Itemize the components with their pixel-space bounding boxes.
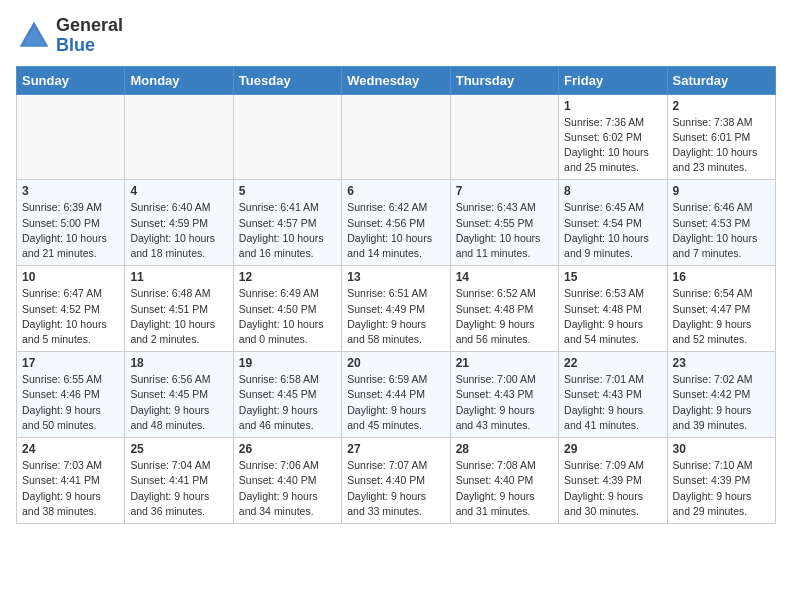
calendar-cell: 6Sunrise: 6:42 AMSunset: 4:56 PMDaylight… (342, 180, 450, 266)
logo: General Blue (16, 16, 123, 56)
day-number: 29 (564, 442, 661, 456)
calendar-cell: 19Sunrise: 6:58 AMSunset: 4:45 PMDayligh… (233, 352, 341, 438)
day-info: Sunrise: 7:04 AMSunset: 4:41 PMDaylight:… (130, 458, 227, 519)
calendar-cell: 12Sunrise: 6:49 AMSunset: 4:50 PMDayligh… (233, 266, 341, 352)
calendar-cell: 21Sunrise: 7:00 AMSunset: 4:43 PMDayligh… (450, 352, 558, 438)
calendar-week-1: 1Sunrise: 7:36 AMSunset: 6:02 PMDaylight… (17, 94, 776, 180)
day-number: 12 (239, 270, 336, 284)
day-info: Sunrise: 6:55 AMSunset: 4:46 PMDaylight:… (22, 372, 119, 433)
day-info: Sunrise: 6:45 AMSunset: 4:54 PMDaylight:… (564, 200, 661, 261)
day-number: 19 (239, 356, 336, 370)
day-info: Sunrise: 6:47 AMSunset: 4:52 PMDaylight:… (22, 286, 119, 347)
calendar-cell: 8Sunrise: 6:45 AMSunset: 4:54 PMDaylight… (559, 180, 667, 266)
calendar-cell: 24Sunrise: 7:03 AMSunset: 4:41 PMDayligh… (17, 438, 125, 524)
day-info: Sunrise: 7:01 AMSunset: 4:43 PMDaylight:… (564, 372, 661, 433)
calendar-week-2: 3Sunrise: 6:39 AMSunset: 5:00 PMDaylight… (17, 180, 776, 266)
day-info: Sunrise: 6:40 AMSunset: 4:59 PMDaylight:… (130, 200, 227, 261)
day-info: Sunrise: 7:07 AMSunset: 4:40 PMDaylight:… (347, 458, 444, 519)
calendar-cell: 17Sunrise: 6:55 AMSunset: 4:46 PMDayligh… (17, 352, 125, 438)
day-number: 18 (130, 356, 227, 370)
day-info: Sunrise: 6:51 AMSunset: 4:49 PMDaylight:… (347, 286, 444, 347)
calendar-cell: 25Sunrise: 7:04 AMSunset: 4:41 PMDayligh… (125, 438, 233, 524)
calendar-cell: 5Sunrise: 6:41 AMSunset: 4:57 PMDaylight… (233, 180, 341, 266)
weekday-header-sunday: Sunday (17, 66, 125, 94)
day-number: 28 (456, 442, 553, 456)
day-info: Sunrise: 6:49 AMSunset: 4:50 PMDaylight:… (239, 286, 336, 347)
day-info: Sunrise: 6:54 AMSunset: 4:47 PMDaylight:… (673, 286, 770, 347)
calendar-body: 1Sunrise: 7:36 AMSunset: 6:02 PMDaylight… (17, 94, 776, 523)
day-number: 24 (22, 442, 119, 456)
calendar-cell: 29Sunrise: 7:09 AMSunset: 4:39 PMDayligh… (559, 438, 667, 524)
day-number: 30 (673, 442, 770, 456)
calendar-cell: 27Sunrise: 7:07 AMSunset: 4:40 PMDayligh… (342, 438, 450, 524)
calendar-cell: 1Sunrise: 7:36 AMSunset: 6:02 PMDaylight… (559, 94, 667, 180)
logo-text: General Blue (56, 16, 123, 56)
day-info: Sunrise: 6:52 AMSunset: 4:48 PMDaylight:… (456, 286, 553, 347)
day-number: 13 (347, 270, 444, 284)
day-info: Sunrise: 7:38 AMSunset: 6:01 PMDaylight:… (673, 115, 770, 176)
calendar-cell: 10Sunrise: 6:47 AMSunset: 4:52 PMDayligh… (17, 266, 125, 352)
calendar-week-3: 10Sunrise: 6:47 AMSunset: 4:52 PMDayligh… (17, 266, 776, 352)
calendar-week-4: 17Sunrise: 6:55 AMSunset: 4:46 PMDayligh… (17, 352, 776, 438)
day-info: Sunrise: 7:00 AMSunset: 4:43 PMDaylight:… (456, 372, 553, 433)
logo-blue: Blue (56, 35, 95, 55)
day-info: Sunrise: 6:42 AMSunset: 4:56 PMDaylight:… (347, 200, 444, 261)
day-number: 1 (564, 99, 661, 113)
day-number: 8 (564, 184, 661, 198)
day-info: Sunrise: 7:06 AMSunset: 4:40 PMDaylight:… (239, 458, 336, 519)
day-info: Sunrise: 6:46 AMSunset: 4:53 PMDaylight:… (673, 200, 770, 261)
calendar-cell: 9Sunrise: 6:46 AMSunset: 4:53 PMDaylight… (667, 180, 775, 266)
day-number: 3 (22, 184, 119, 198)
day-number: 10 (22, 270, 119, 284)
calendar-cell: 16Sunrise: 6:54 AMSunset: 4:47 PMDayligh… (667, 266, 775, 352)
calendar-cell (342, 94, 450, 180)
day-number: 16 (673, 270, 770, 284)
day-info: Sunrise: 7:36 AMSunset: 6:02 PMDaylight:… (564, 115, 661, 176)
calendar-cell: 4Sunrise: 6:40 AMSunset: 4:59 PMDaylight… (125, 180, 233, 266)
day-number: 6 (347, 184, 444, 198)
day-info: Sunrise: 7:02 AMSunset: 4:42 PMDaylight:… (673, 372, 770, 433)
day-info: Sunrise: 7:09 AMSunset: 4:39 PMDaylight:… (564, 458, 661, 519)
day-info: Sunrise: 6:43 AMSunset: 4:55 PMDaylight:… (456, 200, 553, 261)
day-info: Sunrise: 6:41 AMSunset: 4:57 PMDaylight:… (239, 200, 336, 261)
day-number: 2 (673, 99, 770, 113)
day-number: 14 (456, 270, 553, 284)
weekday-header-friday: Friday (559, 66, 667, 94)
calendar-cell: 23Sunrise: 7:02 AMSunset: 4:42 PMDayligh… (667, 352, 775, 438)
calendar-cell (17, 94, 125, 180)
day-number: 22 (564, 356, 661, 370)
weekday-header-monday: Monday (125, 66, 233, 94)
calendar-cell: 15Sunrise: 6:53 AMSunset: 4:48 PMDayligh… (559, 266, 667, 352)
calendar-cell: 18Sunrise: 6:56 AMSunset: 4:45 PMDayligh… (125, 352, 233, 438)
calendar-cell (233, 94, 341, 180)
day-number: 5 (239, 184, 336, 198)
calendar-cell: 11Sunrise: 6:48 AMSunset: 4:51 PMDayligh… (125, 266, 233, 352)
calendar-cell: 7Sunrise: 6:43 AMSunset: 4:55 PMDaylight… (450, 180, 558, 266)
day-number: 20 (347, 356, 444, 370)
day-number: 27 (347, 442, 444, 456)
calendar-cell: 2Sunrise: 7:38 AMSunset: 6:01 PMDaylight… (667, 94, 775, 180)
calendar-cell: 28Sunrise: 7:08 AMSunset: 4:40 PMDayligh… (450, 438, 558, 524)
calendar-cell: 14Sunrise: 6:52 AMSunset: 4:48 PMDayligh… (450, 266, 558, 352)
day-number: 9 (673, 184, 770, 198)
day-info: Sunrise: 6:48 AMSunset: 4:51 PMDaylight:… (130, 286, 227, 347)
calendar-cell: 26Sunrise: 7:06 AMSunset: 4:40 PMDayligh… (233, 438, 341, 524)
day-number: 21 (456, 356, 553, 370)
day-info: Sunrise: 6:53 AMSunset: 4:48 PMDaylight:… (564, 286, 661, 347)
day-number: 4 (130, 184, 227, 198)
day-info: Sunrise: 7:10 AMSunset: 4:39 PMDaylight:… (673, 458, 770, 519)
calendar-header: SundayMondayTuesdayWednesdayThursdayFrid… (17, 66, 776, 94)
calendar-cell: 30Sunrise: 7:10 AMSunset: 4:39 PMDayligh… (667, 438, 775, 524)
day-info: Sunrise: 6:39 AMSunset: 5:00 PMDaylight:… (22, 200, 119, 261)
day-number: 26 (239, 442, 336, 456)
calendar-cell (450, 94, 558, 180)
day-number: 23 (673, 356, 770, 370)
weekday-header-tuesday: Tuesday (233, 66, 341, 94)
calendar-cell (125, 94, 233, 180)
calendar-table: SundayMondayTuesdayWednesdayThursdayFrid… (16, 66, 776, 524)
day-info: Sunrise: 7:03 AMSunset: 4:41 PMDaylight:… (22, 458, 119, 519)
weekday-header-wednesday: Wednesday (342, 66, 450, 94)
day-number: 25 (130, 442, 227, 456)
logo-general: General (56, 15, 123, 35)
day-info: Sunrise: 6:58 AMSunset: 4:45 PMDaylight:… (239, 372, 336, 433)
